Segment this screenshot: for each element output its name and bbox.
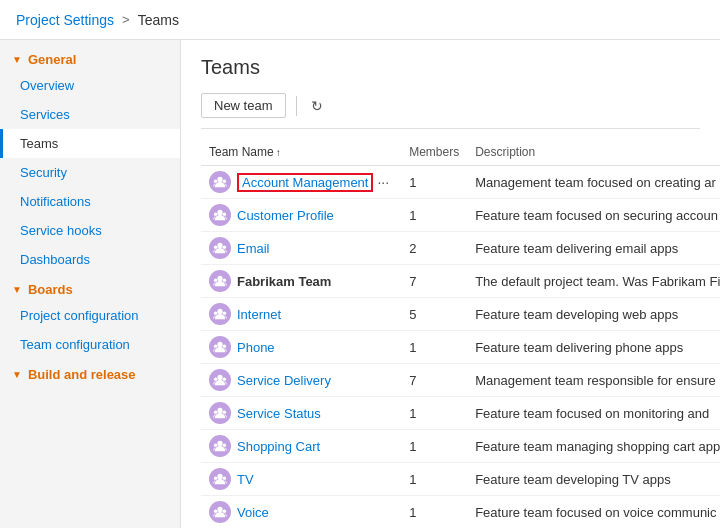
team-icon — [209, 204, 231, 226]
sidebar: ▼GeneralOverviewServicesTeamsSecurityNot… — [0, 40, 181, 528]
col-header-name[interactable]: Team Name↑ — [201, 139, 401, 166]
svg-point-15 — [217, 342, 222, 347]
col-header-members: Members — [401, 139, 467, 166]
team-description-service-status: Feature team focused on monitoring and — [467, 397, 720, 430]
main-content: Teams New team ↻ Team Name↑MembersDescri… — [181, 40, 720, 528]
sort-arrow-icon: ↑ — [276, 147, 281, 158]
more-options-button[interactable]: ··· — [373, 174, 393, 190]
sidebar-item-overview[interactable]: Overview — [0, 71, 180, 100]
team-icon — [209, 171, 231, 193]
svg-point-6 — [217, 243, 222, 248]
toolbar-separator — [296, 96, 297, 116]
breadcrumb-separator: > — [122, 12, 130, 27]
table-row[interactable]: TV1Feature team developing TV apps — [201, 463, 720, 496]
sidebar-item-notifications[interactable]: Notifications — [0, 187, 180, 216]
breadcrumb: Project Settings > Teams — [16, 12, 179, 28]
team-members-internet: 5 — [401, 298, 467, 331]
svg-point-14 — [223, 311, 227, 315]
svg-point-25 — [214, 443, 218, 447]
team-members-account-management: 1 — [401, 166, 467, 199]
svg-point-21 — [217, 408, 222, 413]
breadcrumb-project-settings[interactable]: Project Settings — [16, 12, 114, 28]
svg-point-12 — [217, 309, 222, 314]
team-name-fabrikam-team[interactable]: Fabrikam Team — [237, 274, 331, 289]
team-name-customer-profile[interactable]: Customer Profile — [237, 208, 334, 223]
sidebar-item-teams[interactable]: Teams — [0, 129, 180, 158]
team-name-cell-shopping-cart: Shopping Cart — [201, 430, 401, 463]
table-row[interactable]: Account Management···1Management team fo… — [201, 166, 720, 199]
top-bar: Project Settings > Teams — [0, 0, 720, 40]
team-description-tv: Feature team developing TV apps — [467, 463, 720, 496]
svg-point-1 — [214, 179, 218, 183]
team-name-internet[interactable]: Internet — [237, 307, 281, 322]
team-members-email: 2 — [401, 232, 467, 265]
table-row[interactable]: Service Status1Feature team focused on m… — [201, 397, 720, 430]
team-members-phone: 1 — [401, 331, 467, 364]
team-icon — [209, 237, 231, 259]
toolbar: New team ↻ — [201, 93, 700, 129]
chevron-icon: ▼ — [12, 284, 22, 295]
svg-point-19 — [214, 377, 218, 381]
refresh-button[interactable]: ↻ — [307, 96, 327, 116]
svg-point-5 — [223, 212, 227, 216]
team-name-service-status[interactable]: Service Status — [237, 406, 321, 421]
team-name-cell-email: Email — [201, 232, 401, 265]
team-name-voice[interactable]: Voice — [237, 505, 269, 520]
svg-point-26 — [223, 443, 227, 447]
team-members-fabrikam-team: 7 — [401, 265, 467, 298]
svg-point-31 — [214, 509, 218, 513]
team-name-phone[interactable]: Phone — [237, 340, 275, 355]
table-row[interactable]: Internet5Feature team developing web app… — [201, 298, 720, 331]
team-name-cell-service-status: Service Status — [201, 397, 401, 430]
sidebar-section-label: Boards — [28, 282, 73, 297]
sidebar-item-security[interactable]: Security — [0, 158, 180, 187]
svg-point-13 — [214, 311, 218, 315]
sidebar-item-dashboards[interactable]: Dashboards — [0, 245, 180, 274]
table-row[interactable]: Service Delivery7Management team respons… — [201, 364, 720, 397]
svg-point-8 — [223, 245, 227, 249]
sidebar-section-boards[interactable]: ▼Boards — [0, 274, 180, 301]
sidebar-section-general[interactable]: ▼General — [0, 44, 180, 71]
team-name-account-management[interactable]: Account Management — [237, 173, 373, 192]
svg-point-11 — [223, 278, 227, 282]
team-description-shopping-cart: Feature team managing shopping cart app — [467, 430, 720, 463]
team-members-shopping-cart: 1 — [401, 430, 467, 463]
team-description-email: Feature team delivering email apps — [467, 232, 720, 265]
table-row[interactable]: Voice1Feature team focused on voice comm… — [201, 496, 720, 529]
svg-point-7 — [214, 245, 218, 249]
svg-point-9 — [217, 276, 222, 281]
team-name-cell-customer-profile: Customer Profile — [201, 199, 401, 232]
team-icon — [209, 402, 231, 424]
table-row[interactable]: Shopping Cart1Feature team managing shop… — [201, 430, 720, 463]
sidebar-section-build-and-release[interactable]: ▼Build and release — [0, 359, 180, 386]
new-team-button[interactable]: New team — [201, 93, 286, 118]
table-row[interactable]: Phone1Feature team delivering phone apps — [201, 331, 720, 364]
team-name-cell-account-management: Account Management··· — [201, 166, 401, 199]
chevron-icon: ▼ — [12, 54, 22, 65]
team-name-service-delivery[interactable]: Service Delivery — [237, 373, 331, 388]
team-name-tv[interactable]: TV — [237, 472, 254, 487]
breadcrumb-current: Teams — [138, 12, 179, 28]
svg-point-18 — [217, 375, 222, 380]
team-name-shopping-cart[interactable]: Shopping Cart — [237, 439, 320, 454]
table-row[interactable]: Email2Feature team delivering email apps — [201, 232, 720, 265]
svg-point-16 — [214, 344, 218, 348]
sidebar-item-service-hooks[interactable]: Service hooks — [0, 216, 180, 245]
svg-point-10 — [214, 278, 218, 282]
table-row[interactable]: Fabrikam Team7The default project team. … — [201, 265, 720, 298]
team-name-email[interactable]: Email — [237, 241, 270, 256]
sidebar-item-project-configuration[interactable]: Project configuration — [0, 301, 180, 330]
team-members-tv: 1 — [401, 463, 467, 496]
svg-point-3 — [217, 210, 222, 215]
chevron-icon: ▼ — [12, 369, 22, 380]
team-icon — [209, 336, 231, 358]
svg-point-32 — [223, 509, 227, 513]
sidebar-item-team-configuration[interactable]: Team configuration — [0, 330, 180, 359]
sidebar-item-services[interactable]: Services — [0, 100, 180, 129]
table-row[interactable]: Customer Profile1Feature team focused on… — [201, 199, 720, 232]
team-icon — [209, 468, 231, 490]
team-description-account-management: Management team focused on creating ar — [467, 166, 720, 199]
team-description-service-delivery: Management team responsible for ensure — [467, 364, 720, 397]
team-description-internet: Feature team developing web apps — [467, 298, 720, 331]
svg-point-23 — [223, 410, 227, 414]
